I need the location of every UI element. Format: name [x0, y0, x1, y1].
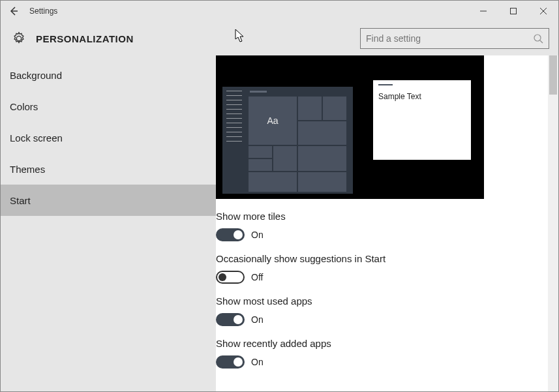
- preview-tile: [323, 97, 346, 120]
- search-input[interactable]: [366, 33, 533, 44]
- preview-tile: [298, 172, 346, 192]
- content: Aa: [216, 55, 548, 391]
- sidebar-item-label: Colors: [10, 101, 38, 112]
- preview-tile: [298, 146, 346, 171]
- sidebar-item-themes[interactable]: Themes: [1, 153, 216, 185]
- close-icon: [540, 8, 547, 14]
- preview-window-text: Sample Text: [378, 92, 421, 101]
- setting-label: Show more tiles: [216, 211, 548, 222]
- window-title: Settings: [29, 7, 57, 16]
- sidebar-item-label: Background: [10, 70, 62, 81]
- titlebar: Settings: [1, 1, 558, 22]
- back-arrow-icon: [8, 6, 19, 16]
- toggle-show-suggestions[interactable]: [216, 271, 245, 284]
- toggle-state-label: Off: [251, 272, 263, 282]
- preview-start-list: [222, 87, 246, 194]
- scrollbar-thumb[interactable]: [549, 55, 557, 95]
- maximize-icon: [510, 8, 517, 14]
- setting-label: Show recently added apps: [216, 338, 548, 349]
- vertical-scrollbar[interactable]: [548, 55, 558, 391]
- close-button[interactable]: [528, 1, 558, 22]
- settings-list: Show more tiles On Occasionally show sug…: [216, 199, 548, 369]
- body: Background Colors Lock screen Themes Sta…: [1, 55, 558, 391]
- setting-show-recently-added: Show recently added apps On: [216, 338, 548, 369]
- setting-show-more-tiles: Show more tiles On: [216, 211, 548, 241]
- sidebar-item-label: Lock screen: [10, 132, 63, 143]
- preview-tile: [249, 172, 297, 192]
- preview-tile: [249, 159, 272, 171]
- toggle-state-label: On: [251, 230, 264, 240]
- preview-window-accent: [378, 84, 393, 85]
- settings-window: Settings PERSONALIZATION Background Colo…: [0, 0, 559, 392]
- minimize-icon: [480, 8, 487, 14]
- sidebar-item-start[interactable]: Start: [1, 185, 216, 216]
- sidebar-item-colors[interactable]: Colors: [1, 91, 216, 122]
- toggle-state-label: On: [251, 314, 264, 325]
- preview-window: Sample Text: [373, 80, 471, 160]
- page-title: PERSONALIZATION: [36, 33, 134, 44]
- toggle-show-recently-added[interactable]: [216, 355, 245, 369]
- preview-start-menu: Aa: [222, 87, 353, 194]
- back-button[interactable]: [1, 1, 27, 22]
- preview-tile-grid: Aa: [249, 97, 349, 192]
- preview-tile-letters: Aa: [267, 115, 278, 126]
- preview-tile: [273, 146, 297, 171]
- content-wrap: Aa: [216, 55, 558, 391]
- settings-gear-icon: [10, 29, 28, 48]
- preview-tile: [298, 121, 346, 145]
- setting-label: Show most used apps: [216, 295, 548, 307]
- preview-tile-large: Aa: [249, 97, 297, 145]
- preview-group-header: [250, 91, 267, 93]
- svg-rect-0: [511, 8, 517, 14]
- minimize-button[interactable]: [468, 1, 498, 22]
- sidebar-item-background[interactable]: Background: [1, 59, 216, 91]
- preview-tile: [298, 97, 322, 120]
- sidebar-item-label: Themes: [10, 164, 45, 175]
- search-box[interactable]: [360, 28, 549, 49]
- preview-tiles: Aa: [249, 91, 350, 191]
- sidebar-item-label: Start: [10, 195, 31, 206]
- toggle-state-label: On: [251, 357, 264, 367]
- sidebar: Background Colors Lock screen Themes Sta…: [1, 55, 216, 391]
- toggle-show-more-tiles[interactable]: [216, 228, 245, 241]
- start-preview: Aa: [216, 55, 484, 199]
- header-row: PERSONALIZATION: [1, 22, 558, 55]
- svg-point-1: [534, 35, 541, 41]
- sidebar-item-lock-screen[interactable]: Lock screen: [1, 122, 216, 153]
- setting-label: Occasionally show suggestions in Start: [216, 253, 548, 264]
- maximize-button[interactable]: [498, 1, 528, 22]
- setting-show-most-used: Show most used apps On: [216, 295, 548, 326]
- setting-show-suggestions: Occasionally show suggestions in Start O…: [216, 253, 548, 284]
- preview-tile: [249, 146, 272, 158]
- toggle-show-most-used[interactable]: [216, 313, 245, 326]
- search-icon: [533, 33, 543, 44]
